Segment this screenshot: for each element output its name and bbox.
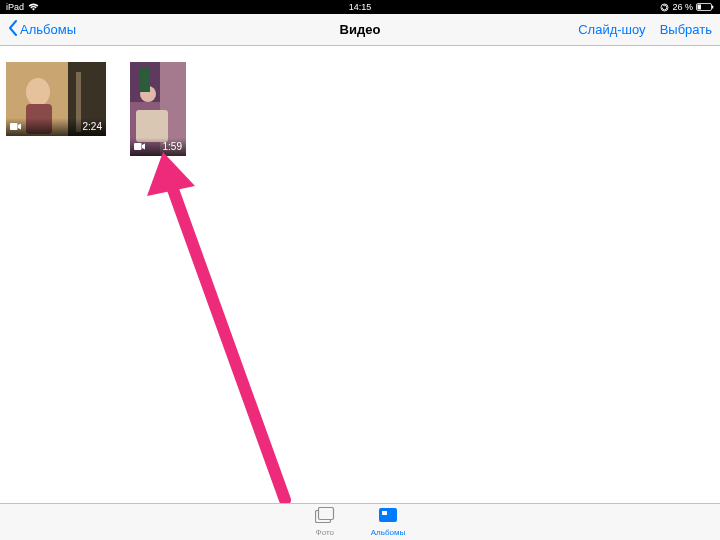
back-button[interactable]: Альбомы <box>8 20 76 39</box>
slideshow-button[interactable]: Слайд-шоу <box>578 22 645 37</box>
tab-label: Альбомы <box>371 528 405 537</box>
navigation-bar: Альбомы Видео Слайд-шоу Выбрать <box>0 14 720 46</box>
page-title: Видео <box>340 22 381 37</box>
video-thumbnail[interactable]: 1:59 <box>130 62 186 156</box>
video-duration: 1:59 <box>163 141 182 152</box>
albums-icon <box>378 507 398 527</box>
back-label: Альбомы <box>20 22 76 37</box>
wifi-icon <box>28 3 39 11</box>
svg-rect-19 <box>318 508 333 520</box>
rotation-lock-icon <box>660 3 669 12</box>
status-bar: iPad 14:15 26 % <box>0 0 720 14</box>
status-time: 14:15 <box>349 2 372 12</box>
battery-percent: 26 % <box>672 2 693 12</box>
thumbnail-overlay: 2:24 <box>6 118 106 136</box>
video-thumbnail[interactable]: 2:24 <box>6 62 106 136</box>
chevron-left-icon <box>8 20 18 39</box>
svg-rect-10 <box>10 123 18 130</box>
video-grid: 2:24 1:59 <box>0 46 720 172</box>
tab-albums[interactable]: Альбомы <box>371 507 405 537</box>
svg-rect-17 <box>134 143 142 150</box>
svg-rect-16 <box>140 68 150 92</box>
device-label: iPad <box>6 2 24 12</box>
svg-rect-20 <box>379 508 397 522</box>
tab-bar: Фото Альбомы <box>0 503 720 540</box>
svg-rect-21 <box>382 511 387 515</box>
video-icon <box>134 141 145 152</box>
video-duration: 2:24 <box>83 121 102 132</box>
svg-rect-3 <box>712 5 713 8</box>
svg-point-7 <box>26 78 50 106</box>
battery-icon <box>696 3 714 11</box>
tab-photos[interactable]: Фото <box>315 507 335 537</box>
tab-label: Фото <box>316 528 334 537</box>
annotation-arrow <box>130 140 330 510</box>
svg-rect-2 <box>698 5 702 10</box>
thumbnail-overlay: 1:59 <box>130 138 186 156</box>
select-button[interactable]: Выбрать <box>660 22 712 37</box>
video-icon <box>10 121 21 132</box>
photos-icon <box>315 507 335 527</box>
